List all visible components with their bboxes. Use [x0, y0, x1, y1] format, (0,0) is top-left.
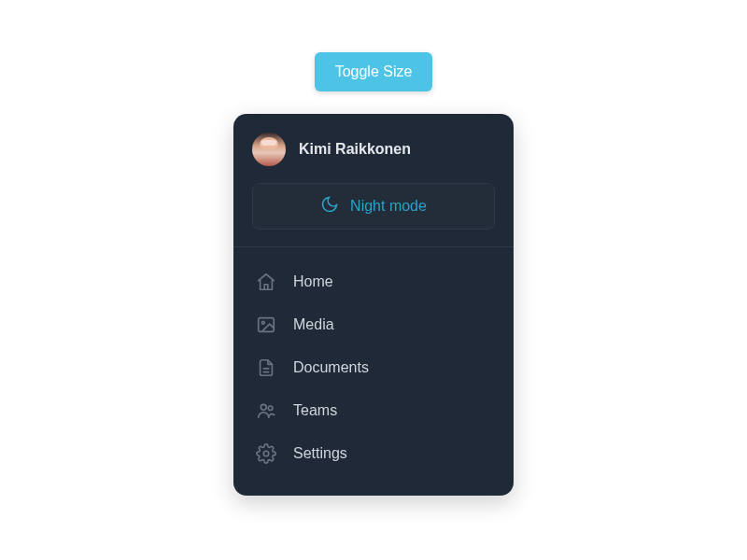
menu-item-teams[interactable]: Teams	[252, 389, 495, 432]
menu-item-settings[interactable]: Settings	[252, 432, 495, 475]
menu-item-documents[interactable]: Documents	[252, 346, 495, 389]
gear-icon	[256, 443, 276, 464]
document-icon	[256, 357, 276, 378]
svg-rect-0	[259, 318, 275, 332]
menu: Home Media Documents Teams Settings	[233, 247, 514, 496]
svg-point-2	[261, 404, 266, 410]
menu-item-label: Settings	[293, 445, 347, 462]
image-icon	[256, 315, 276, 335]
moon-icon	[320, 195, 339, 217]
svg-point-3	[268, 406, 273, 411]
menu-item-media[interactable]: Media	[252, 303, 495, 346]
menu-item-label: Media	[293, 316, 334, 333]
menu-item-home[interactable]: Home	[252, 260, 495, 303]
menu-item-label: Teams	[293, 402, 337, 419]
avatar	[252, 133, 286, 166]
sidebar-card: Kimi Raikkonen Night mode Home Media	[233, 114, 514, 496]
user-name: Kimi Raikkonen	[299, 141, 411, 158]
menu-item-label: Documents	[293, 359, 369, 376]
toggle-size-button[interactable]: Toggle Size	[315, 52, 433, 91]
user-row: Kimi Raikkonen	[252, 133, 495, 166]
svg-point-4	[263, 451, 269, 456]
home-icon	[256, 272, 276, 292]
users-icon	[256, 400, 276, 421]
night-mode-button[interactable]: Night mode	[252, 183, 495, 230]
card-header: Kimi Raikkonen Night mode	[233, 114, 514, 247]
night-mode-label: Night mode	[350, 198, 427, 215]
svg-point-1	[261, 321, 264, 324]
menu-item-label: Home	[293, 273, 333, 290]
